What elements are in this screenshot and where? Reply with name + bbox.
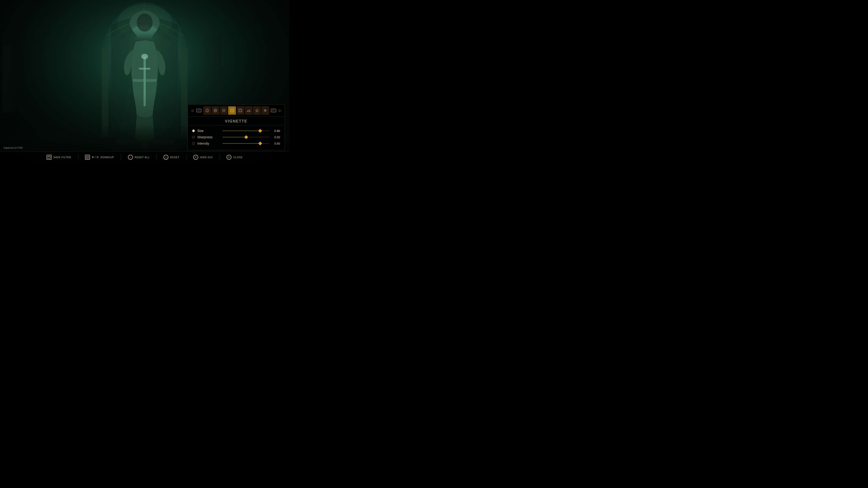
hide-gui-icon: ✕: [193, 155, 198, 160]
size-active-indicator: [192, 129, 195, 132]
panel-title: VIGNETTE: [188, 117, 285, 125]
svg-point-23: [207, 111, 208, 111]
reset-all-action[interactable]: ○ RESET ALL: [128, 155, 150, 160]
intensity-slider-fill: [223, 143, 260, 144]
save-filter-action[interactable]: SAVE FILTER: [46, 155, 71, 160]
down-up-label: ⊕ / ⊖: [92, 156, 99, 159]
setting-row-intensity[interactable]: Intensity 0.80: [192, 140, 280, 147]
down-up-icon: [85, 155, 90, 160]
save-filter-label: SAVE FILTER: [53, 156, 71, 159]
svg-point-28: [231, 110, 233, 111]
size-slider-handle[interactable]: [258, 129, 262, 133]
intensity-indicator: [192, 142, 195, 145]
save-filter-icon: [46, 155, 52, 160]
reset-label: RESET: [170, 156, 180, 159]
sharpness-slider-fill: [223, 137, 246, 137]
separator-1: [78, 154, 78, 160]
svg-point-24: [214, 109, 217, 112]
svg-rect-29: [239, 109, 242, 112]
r1-trigger[interactable]: RT: [270, 106, 277, 115]
hide-gui-label: HIDE GUI: [200, 156, 213, 159]
reset-all-label: RESET ALL: [135, 156, 150, 159]
separator-2: [121, 154, 121, 160]
right-figure: [199, 34, 221, 113]
separator-5: [219, 154, 220, 160]
separator-3: [156, 154, 157, 160]
tab-nav-right[interactable]: ▷: [278, 109, 282, 112]
ps5-watermark: Captured on PS5: [3, 147, 22, 149]
svg-rect-15: [133, 79, 156, 82]
setting-row-size[interactable]: Size 0.80: [192, 128, 280, 134]
down-up-action[interactable]: ⊕ / ⊖ DOWN/UP: [85, 155, 114, 160]
tab-nav-left[interactable]: ◁: [190, 109, 194, 112]
tab-icon-4-active[interactable]: [228, 106, 236, 115]
close-icon: ⊙: [226, 155, 231, 160]
size-slider-track[interactable]: [223, 131, 270, 131]
svg-rect-30: [239, 109, 241, 111]
left-figure: [2, 45, 20, 113]
close-action[interactable]: ⊙ CLOSE: [226, 155, 243, 160]
settings-area: Size 0.80 Sharpness 0.50 Intensity: [188, 125, 285, 150]
tab-icon-8[interactable]: [261, 106, 269, 115]
reset-action[interactable]: △ RESET: [163, 155, 180, 160]
svg-rect-32: [49, 156, 50, 157]
size-label: Size: [197, 129, 220, 133]
svg-rect-13: [139, 68, 150, 70]
intensity-slider-track[interactable]: [223, 143, 270, 144]
setting-row-sharpness[interactable]: Sharpness 0.50: [192, 134, 280, 140]
reset-icon: △: [163, 155, 168, 160]
down-up-text: DOWN/UP: [101, 156, 114, 159]
tab-icon-6[interactable]: [245, 106, 252, 115]
tab-icon-5[interactable]: [237, 106, 244, 115]
intensity-value: 0.80: [272, 142, 280, 145]
l1-trigger[interactable]: LT: [195, 106, 203, 115]
size-value: 0.80: [272, 129, 280, 133]
svg-point-11: [137, 13, 153, 32]
sharpness-slider-handle[interactable]: [244, 135, 248, 139]
sharpness-value: 0.50: [272, 135, 280, 139]
tab-icon-3[interactable]: [220, 106, 228, 115]
size-slider-fill: [223, 131, 260, 131]
intensity-slider-handle[interactable]: [258, 142, 262, 145]
svg-point-25: [215, 110, 216, 111]
reset-all-icon: ○: [128, 155, 133, 160]
sharpness-indicator: [192, 135, 195, 139]
tab-icon-2[interactable]: [212, 106, 219, 115]
sharpness-slider-track[interactable]: [223, 137, 270, 137]
tab-icon-7[interactable]: [253, 106, 260, 115]
bottom-bar: SAVE FILTER ⊕ / ⊖ DOWN/UP ○ RESET ALL △ …: [0, 151, 289, 163]
tab-bar: ◁ LT RT ▷: [188, 105, 285, 117]
filter-panel: ◁ LT RT ▷: [188, 104, 285, 150]
tab-icon-1[interactable]: [204, 106, 211, 115]
intensity-label: Intensity: [197, 142, 220, 145]
close-label: CLOSE: [233, 156, 243, 159]
sharpness-label: Sharpness: [197, 135, 220, 139]
svg-point-14: [141, 54, 148, 59]
hide-gui-action[interactable]: ✕ HIDE GUI: [193, 155, 213, 160]
